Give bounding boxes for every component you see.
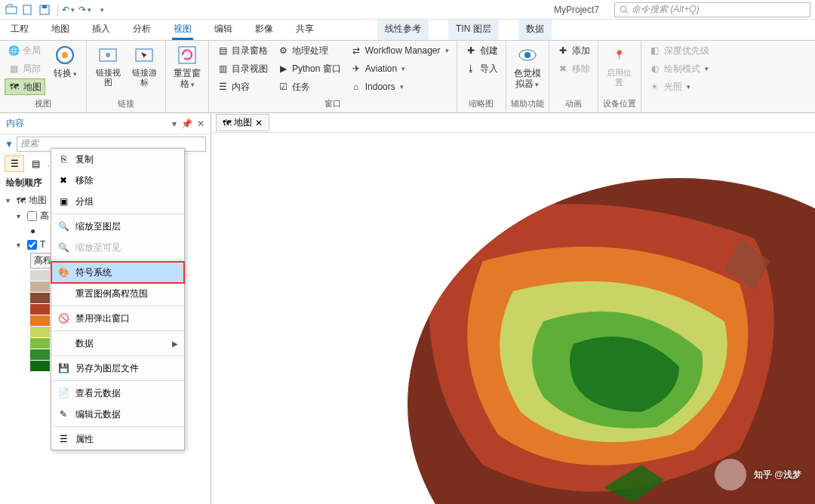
ctx-save-lyr[interactable]: 💾另存为图层文件 (51, 358, 184, 379)
view-source[interactable]: ▤ (26, 155, 45, 172)
color-swatch[interactable] (30, 349, 50, 360)
save-lyr-icon: 💾 (57, 362, 69, 374)
tab-view[interactable]: 视图 (172, 20, 193, 40)
view-drawing-order[interactable]: ☰ (5, 155, 24, 172)
group-dev-label: 设备位置 (603, 97, 636, 111)
btn-workflow[interactable]: ⇄Workflow Manager▾ (347, 42, 452, 59)
btn-anim-remove[interactable]: ✖移除 (554, 60, 593, 77)
btn-link-cursor[interactable]: 链接游标 (128, 42, 161, 89)
btn-python[interactable]: ▶Python 窗口 (274, 60, 344, 77)
group-acc-label: 辅助功能 (511, 97, 544, 111)
filter-icon[interactable]: ▼ (5, 139, 14, 149)
btn-contents[interactable]: ☰内容 (214, 78, 271, 95)
group-anim-label: 动画 (554, 97, 593, 111)
ctx-remove[interactable]: ✖移除 (51, 170, 184, 191)
svg-point-4 (620, 6, 626, 12)
pane-pin-icon[interactable]: 📌 (181, 118, 192, 129)
undo-icon[interactable]: ↶▾ (61, 3, 75, 17)
group-view-label: 视图 (5, 97, 82, 111)
contents-icon: ☰ (217, 81, 229, 93)
ctx-props[interactable]: ☰属性 (51, 429, 184, 450)
create-icon: ✚ (465, 45, 477, 57)
command-search[interactable]: 命令搜索 (Alt+Q) (614, 2, 810, 17)
color-swatch[interactable] (30, 327, 50, 337)
btn-depth[interactable]: ◧深度优先级 (646, 42, 712, 59)
ctx-重置图例高程范围[interactable]: 重置图例高程范围 (51, 283, 184, 304)
btn-catalog-pane[interactable]: ▤目录窗格 (214, 42, 271, 59)
tab-analysis[interactable]: 分析 (131, 20, 152, 40)
tab-project[interactable]: 工程 (9, 20, 30, 40)
ctx-view-meta[interactable]: 📄查看元数据 (51, 383, 184, 404)
ctx-tab-tin[interactable]: TIN 图层 (448, 20, 499, 40)
map-view[interactable]: 🗺 地图 ✕ 知乎 @浅梦 (211, 113, 815, 504)
btn-illum[interactable]: ☀光照▾ (646, 78, 712, 95)
btn-aviation[interactable]: ✈Aviation▾ (347, 60, 452, 77)
btn-catalog-view[interactable]: ▥目录视图 (214, 60, 271, 77)
color-swatch[interactable] (30, 293, 50, 303)
btn-tasks[interactable]: ☑任务 (274, 78, 344, 95)
ctx-tab-linear[interactable]: 线性参考 (377, 20, 429, 40)
btn-map-view[interactable]: 🗺地图 (5, 78, 45, 95)
group-link-label: 链接 (91, 97, 161, 111)
ctx-group[interactable]: ▣分组 (51, 191, 184, 212)
redo-icon[interactable]: ↷▾ (78, 3, 91, 17)
color-swatch[interactable] (30, 281, 50, 292)
tab-close-icon[interactable]: ✕ (255, 118, 263, 128)
color-swatch[interactable] (30, 315, 50, 326)
ctx-copy[interactable]: ⎘复制 (51, 149, 184, 170)
save-icon[interactable] (38, 3, 51, 17)
ctx-edit-meta[interactable]: ✎编辑元数据 (51, 404, 184, 425)
svg-rect-1 (23, 5, 31, 14)
ctx-symbology[interactable]: 🎨符号系统 (51, 262, 184, 283)
new-icon[interactable] (21, 3, 35, 17)
map-tab[interactable]: 🗺 地图 ✕ (216, 114, 269, 131)
btn-local[interactable]: ▦局部 (5, 60, 45, 77)
symbology-icon: 🎨 (57, 266, 69, 278)
pane-close-icon[interactable]: ✕ (197, 118, 205, 129)
tasks-icon: ☑ (277, 81, 289, 93)
color-swatch[interactable] (30, 338, 50, 349)
tab-share[interactable]: 共享 (294, 20, 315, 40)
btn-convert[interactable]: 转换▾ (48, 42, 82, 80)
ctx-disable-popup[interactable]: 🚫禁用弹出窗口 (51, 308, 184, 329)
blank-icon (57, 287, 69, 300)
ctx-数据[interactable]: 数据▶ (51, 333, 184, 354)
edit-meta-icon: ✎ (57, 408, 69, 420)
remove-icon: ✖ (57, 174, 69, 186)
watermark: 知乎 @浅梦 (715, 459, 801, 490)
zoom-visible-icon: 🔍 (57, 241, 69, 254)
tab-edit[interactable]: 编辑 (213, 20, 234, 40)
btn-enable-loc[interactable]: 📍启用位置 (603, 42, 636, 89)
ctx-zoom-visible[interactable]: 🔍缩放至可见 (51, 237, 184, 258)
open-icon[interactable] (5, 3, 18, 17)
color-swatch[interactable] (30, 361, 50, 371)
link-cursor-icon (133, 44, 155, 66)
remove-icon: ✖ (557, 63, 569, 75)
tab-map[interactable]: 地图 (50, 20, 71, 40)
btn-anim-add[interactable]: ✚添加 (554, 42, 593, 59)
pane-dropdown-icon[interactable]: ▾ (172, 118, 177, 129)
add-icon: ✚ (557, 45, 569, 57)
btn-global[interactable]: 🌐全局 (5, 42, 45, 59)
map-icon: 🗺 (8, 81, 20, 93)
tab-imagery[interactable]: 影像 (254, 20, 275, 40)
group-icon: ▣ (57, 195, 69, 207)
eye-icon (516, 44, 539, 66)
btn-thumb-create[interactable]: ✚创建 (462, 42, 501, 59)
svg-rect-0 (6, 7, 17, 14)
btn-drawmode[interactable]: ◐绘制模式▾ (646, 60, 712, 77)
btn-link-view[interactable]: 链接视图 (91, 42, 125, 89)
group-thumb-label: 缩略图 (462, 97, 501, 111)
svg-point-7 (62, 52, 68, 58)
ctx-tab-data[interactable]: 数据 (518, 20, 552, 40)
btn-thumb-import[interactable]: ⭳导入 (462, 60, 501, 77)
color-swatch[interactable] (30, 270, 50, 281)
tab-insert[interactable]: 插入 (91, 20, 112, 40)
color-swatch[interactable] (30, 304, 50, 315)
qat-more-icon[interactable]: ▾ (94, 3, 108, 17)
ctx-zoom-layer[interactable]: 🔍缩放至图层 (51, 216, 184, 237)
btn-reset-panes[interactable]: 重置窗格▾ (171, 42, 204, 91)
btn-indoors[interactable]: ⌂Indoors▾ (347, 78, 452, 95)
btn-geoprocessing[interactable]: ⚙地理处理 (274, 42, 344, 59)
btn-color-sim[interactable]: 色觉模拟器▾ (511, 42, 544, 91)
